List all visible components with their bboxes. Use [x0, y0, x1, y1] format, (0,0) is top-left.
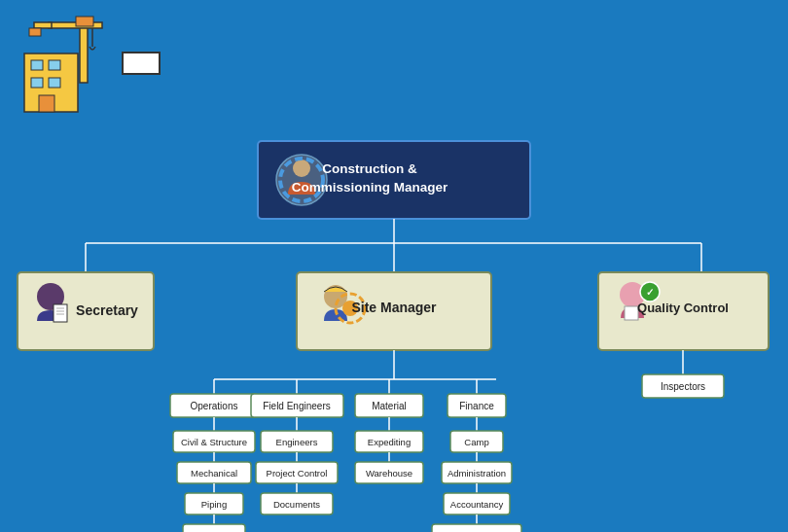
- svg-rect-12: [29, 28, 41, 36]
- svg-text:Piping: Piping: [201, 499, 227, 510]
- svg-rect-7: [80, 24, 88, 83]
- svg-text:Operations: Operations: [191, 401, 238, 411]
- svg-text:Site Manager: Site Manager: [351, 300, 437, 315]
- svg-text:Inspectors: Inspectors: [661, 381, 705, 392]
- svg-text:Field Engineers: Field Engineers: [263, 401, 330, 411]
- title-box: [122, 52, 161, 75]
- svg-text:Expediting: Expediting: [368, 437, 411, 447]
- svg-rect-26: [54, 304, 67, 322]
- svg-text:Construction &: Construction &: [322, 161, 417, 176]
- svg-text:Project Control: Project Control: [267, 468, 328, 479]
- svg-text:Engineers: Engineers: [276, 437, 318, 447]
- svg-text:Commissioning Manager: Commissioning Manager: [292, 180, 448, 195]
- svg-rect-9: [34, 22, 52, 28]
- svg-text:Camp: Camp: [464, 437, 488, 447]
- org-chart-svg: Construction & Commissioning Manager Sec…: [0, 131, 788, 532]
- svg-rect-10: [76, 17, 93, 26]
- svg-rect-40: [625, 306, 638, 320]
- svg-text:Civil & Structure: Civil & Structure: [181, 437, 247, 447]
- header: [10, 10, 161, 117]
- svg-text:Mechanical: Mechanical: [191, 468, 237, 479]
- building-crane-icon: [10, 10, 117, 117]
- svg-text:Administration: Administration: [448, 468, 506, 479]
- svg-rect-6: [39, 95, 54, 112]
- svg-rect-5: [49, 78, 60, 88]
- svg-text:Warehouse: Warehouse: [366, 468, 412, 479]
- svg-text:Accountancy: Accountancy: [450, 499, 504, 510]
- svg-text:Quality Control: Quality Control: [637, 301, 729, 315]
- svg-point-15: [293, 160, 310, 177]
- svg-text:✓: ✓: [646, 287, 654, 298]
- svg-text:Documents: Documents: [273, 499, 320, 510]
- svg-rect-4: [31, 78, 43, 88]
- svg-rect-2: [31, 60, 43, 70]
- svg-text:Finance: Finance: [459, 401, 494, 411]
- svg-rect-3: [49, 60, 60, 70]
- svg-text:Material: Material: [372, 401, 407, 411]
- svg-text:Secretary: Secretary: [76, 302, 138, 318]
